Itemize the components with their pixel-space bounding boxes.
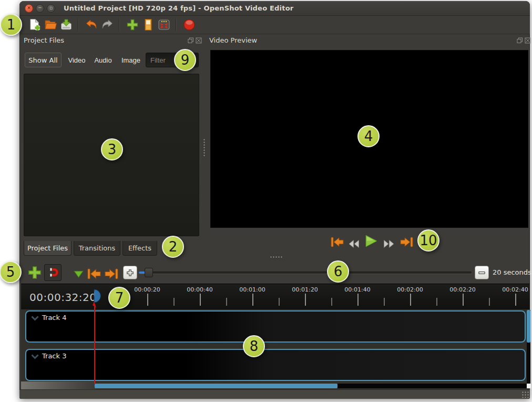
open-project-button[interactable] — [44, 18, 57, 32]
new-project-button[interactable] — [28, 18, 42, 32]
next-marker-button[interactable] — [103, 267, 117, 280]
float-panel-icon[interactable] — [517, 37, 523, 44]
ruler-tick-major — [515, 294, 516, 306]
add-track-plus-icon — [27, 265, 42, 280]
ruler-time-label: 00:01:40 — [341, 286, 374, 293]
close-window-button[interactable]: ✕ — [25, 4, 33, 13]
add-to-timeline-button[interactable] — [141, 18, 155, 32]
screen: ✕ ─ ▫ Untitled Project [HD 720p 24 fps] … — [0, 0, 532, 402]
rewind-button[interactable] — [347, 237, 361, 250]
close-panel-icon[interactable] — [196, 37, 202, 44]
ruler-tick-minor — [384, 298, 385, 306]
ruler-time-label: 00:00:20 — [130, 286, 164, 293]
scrollbar-corner-shade — [21, 381, 96, 389]
rewind-icon — [347, 239, 360, 248]
tab-project-files[interactable]: Project Files — [24, 241, 71, 256]
record-circle-icon — [183, 18, 196, 31]
ruler-tick-major — [463, 294, 464, 306]
play-icon — [364, 234, 378, 248]
main-toolbar — [19, 16, 530, 34]
ruler-tick-minor — [489, 298, 490, 306]
float-panel-icon[interactable] — [188, 37, 194, 44]
center-on-playhead-button[interactable] — [123, 266, 137, 279]
marker-triangle-icon — [73, 270, 84, 278]
track-row[interactable]: Track 4 — [25, 310, 526, 343]
previous-marker-button[interactable] — [86, 267, 99, 280]
horizontal-scrollbar-end — [527, 384, 531, 388]
toolbar-separator — [176, 18, 177, 31]
horizontal-scrollbar-thumb[interactable] — [95, 384, 337, 388]
timeline-splitter-handle[interactable] — [270, 256, 283, 258]
video-preview-panel-controls — [517, 37, 531, 44]
zoom-slider-handle[interactable] — [145, 268, 153, 277]
add-track-button[interactable] — [27, 265, 40, 278]
snapping-toggle-button[interactable] — [44, 264, 62, 281]
filter-image-button[interactable]: Image — [119, 53, 142, 67]
track-name-label: Track 3 — [42, 352, 66, 360]
undo-icon — [85, 18, 98, 31]
jump-to-start-icon — [330, 236, 344, 248]
upload-video-button[interactable] — [182, 18, 196, 32]
filter-audio-button[interactable]: Audio — [91, 53, 115, 67]
jump-to-end-icon — [400, 236, 414, 248]
jump-to-start-button[interactable] — [330, 235, 343, 249]
vertical-scrollbar[interactable] — [527, 310, 530, 388]
ruler-time-label: 00:02:40 — [498, 286, 530, 293]
redo-icon — [101, 18, 114, 31]
minimize-window-button[interactable]: ─ — [36, 4, 44, 13]
fast-forward-button[interactable] — [382, 237, 396, 250]
zoom-out-button[interactable] — [475, 266, 489, 279]
track-row[interactable]: Track 3 — [25, 349, 526, 381]
toolbar-separator — [119, 18, 120, 31]
resize-grip-icon[interactable] — [521, 391, 529, 398]
video-preview-panel-title: Video Preview — [209, 36, 257, 44]
ruler-tick-minor — [173, 298, 175, 306]
track-collapse-chevron-icon[interactable] — [31, 354, 39, 359]
maximize-window-button[interactable]: ▫ — [47, 4, 55, 13]
save-icon — [60, 18, 73, 31]
redo-button[interactable] — [100, 18, 114, 32]
close-panel-icon[interactable] — [525, 37, 531, 44]
filter-video-button[interactable]: Video — [66, 53, 87, 67]
new-project-icon — [28, 18, 41, 32]
fast-forward-icon — [383, 239, 395, 248]
save-project-button[interactable] — [59, 18, 73, 32]
project-files-panel-controls — [188, 37, 202, 44]
next-marker-icon — [104, 268, 119, 280]
callout-6: 6 — [327, 260, 349, 283]
ruler-tick-minor — [279, 298, 280, 306]
horizontal-scrollbar-track[interactable] — [337, 384, 527, 388]
ruler-tick-major — [252, 294, 253, 306]
titlebar[interactable]: ✕ ─ ▫ Untitled Project [HD 720p 24 fps] … — [19, 1, 530, 16]
callout-10: 10 — [417, 229, 439, 252]
tracks-area[interactable]: Track 4 Track 3 — [21, 309, 530, 389]
import-files-button[interactable] — [126, 18, 139, 32]
tab-transitions[interactable]: Transitions — [74, 241, 120, 256]
play-button[interactable] — [364, 234, 377, 247]
export-icon — [158, 18, 170, 31]
add-marker-button[interactable] — [73, 267, 86, 281]
playhead-line — [94, 304, 95, 384]
vertical-scrollbar-thumb[interactable] — [527, 310, 530, 343]
ruler-time-label: 00:01:00 — [236, 286, 269, 293]
window-title: Untitled Project [HD 720p 24 fps] - Open… — [64, 4, 293, 12]
playhead-marker[interactable] — [90, 288, 103, 309]
ruler-tick-minor — [331, 298, 332, 306]
panel-splitter-handle[interactable] — [203, 138, 206, 156]
export-video-button[interactable] — [157, 18, 171, 32]
undo-button[interactable] — [85, 18, 98, 32]
track-collapse-chevron-icon[interactable] — [31, 316, 39, 321]
callout-8: 8 — [243, 335, 265, 357]
callout-9: 9 — [174, 49, 196, 71]
callout-2: 2 — [162, 236, 184, 258]
ruler-tick-major — [357, 294, 359, 306]
jump-to-end-button[interactable] — [399, 235, 413, 249]
zoom-slider-track[interactable] — [139, 272, 472, 274]
callout-1: 1 — [0, 14, 22, 36]
project-files-panel-title: Project Files — [24, 36, 64, 44]
tab-effects[interactable]: Effects — [122, 241, 157, 256]
maximize-icon: ▫ — [49, 6, 53, 11]
ruler-tick-major — [200, 294, 201, 306]
current-time-display: 00:00:32:20 — [29, 291, 97, 304]
filter-show-all-button[interactable]: Show All — [25, 53, 62, 67]
